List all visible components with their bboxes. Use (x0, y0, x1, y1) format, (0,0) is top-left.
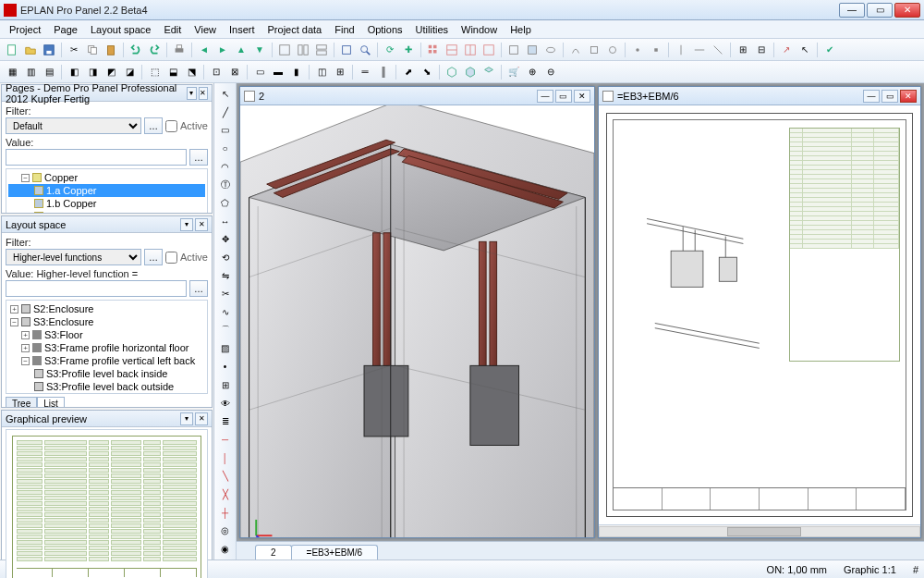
menu-edit[interactable]: Edit (158, 22, 187, 37)
close-button[interactable]: ✕ (894, 3, 920, 18)
vtool-misc-icon[interactable]: ◎ (217, 523, 234, 539)
filter-select[interactable]: Higher-level functions (6, 249, 141, 265)
value-more-button[interactable]: … (189, 280, 208, 297)
vtool-trim-icon[interactable]: ✂ (217, 287, 234, 302)
menu-find[interactable]: Find (329, 22, 359, 37)
tool2-item-icon[interactable]: ⬊ (419, 64, 435, 80)
value-input[interactable] (6, 280, 187, 297)
tool-grid2-icon[interactable] (444, 42, 460, 58)
tool2-item-icon[interactable]: ⊞ (332, 64, 348, 80)
tool-align1-icon[interactable] (673, 42, 689, 58)
filter-more-button[interactable]: … (144, 249, 163, 265)
doc-min-button[interactable]: — (863, 90, 880, 103)
vtool-select-icon[interactable]: ↖ (217, 86, 234, 102)
tool-nav-fwd-icon[interactable]: ► (214, 42, 231, 58)
doc-min-button[interactable]: — (537, 90, 553, 103)
tool2-item-icon[interactable]: ⬚ (146, 64, 163, 80)
tool-zoom-in-icon[interactable] (357, 42, 373, 58)
tool2-item-icon[interactable]: ⬔ (183, 64, 200, 80)
tool-shape2-icon[interactable] (586, 42, 602, 58)
tool-grid3-icon[interactable] (462, 42, 479, 58)
tool-undo-icon[interactable] (128, 42, 144, 58)
tool-view2-icon[interactable] (524, 42, 541, 58)
vtool-red5-icon[interactable]: ┼ (217, 505, 234, 521)
vtool-rotate-icon[interactable]: ⟲ (217, 250, 234, 265)
tool-measure-icon[interactable]: ↗ (778, 42, 795, 58)
tool2-item-icon[interactable]: ║ (375, 64, 392, 80)
active-checkbox[interactable]: Active (165, 120, 208, 132)
menu-page[interactable]: Page (48, 22, 83, 37)
tool-misc1-icon[interactable]: ⊞ (735, 42, 751, 58)
tool-shape3-icon[interactable] (604, 42, 621, 58)
tool-nav-up-icon[interactable]: ▲ (233, 42, 249, 58)
layoutspace-tree[interactable]: +S2:Enclosure −S3:Enclosure +S3:Floor +S… (6, 300, 208, 394)
vtool-circle-icon[interactable]: ○ (217, 141, 234, 156)
doc-max-button[interactable]: ▭ (555, 90, 572, 103)
tool2-item-icon[interactable]: ◨ (84, 64, 101, 80)
active-checkbox[interactable]: Active (165, 252, 208, 264)
doc-tab[interactable]: =EB3+EBM/6 (291, 545, 379, 560)
tool-grid4-icon[interactable] (480, 42, 497, 58)
menu-help[interactable]: Help (505, 22, 537, 37)
vtool-red2-icon[interactable]: │ (217, 450, 234, 466)
tool2-item-icon[interactable]: ◩ (103, 64, 119, 80)
doc-close-button[interactable]: ✕ (900, 90, 917, 103)
menu-layoutspace[interactable]: Layout space (85, 22, 156, 37)
vtool-layer-icon[interactable]: ≣ (217, 413, 234, 429)
tool-win1-icon[interactable] (276, 42, 293, 58)
tool2-item-icon[interactable]: ⊠ (226, 64, 243, 80)
panel-dropdown-button[interactable]: ▾ (180, 412, 193, 425)
vtool-red1-icon[interactable]: ─ (217, 432, 234, 448)
vtool-text-icon[interactable]: Ⓣ (217, 177, 234, 192)
doc-tab[interactable]: 2 (255, 545, 292, 560)
tool-grid1-icon[interactable] (425, 42, 442, 58)
tool2-item-icon[interactable]: ▤ (41, 64, 57, 80)
tool-print-icon[interactable] (171, 42, 188, 58)
tool-nav-down-icon[interactable]: ▼ (251, 42, 268, 58)
menu-options[interactable]: Options (362, 22, 408, 37)
vtool-dim-icon[interactable]: ↔ (217, 214, 234, 229)
menu-project[interactable]: Project (4, 22, 46, 37)
tool-win3-icon[interactable] (313, 42, 330, 58)
value-more-button[interactable]: … (189, 149, 208, 166)
tool-check-icon[interactable]: ✔ (821, 42, 838, 58)
tab-list[interactable]: List (37, 397, 65, 407)
tool2-item-icon[interactable]: ▭ (251, 64, 268, 80)
tool-open-icon[interactable] (22, 42, 39, 58)
vtool-arc-icon[interactable]: ◠ (217, 159, 234, 175)
tab-tree[interactable]: Tree (6, 397, 37, 407)
filter-more-button[interactable]: … (144, 117, 163, 134)
panel-dropdown-button[interactable]: ▾ (180, 218, 193, 231)
doc-close-button[interactable]: ✕ (574, 90, 590, 103)
tool2-iso-icon[interactable] (480, 64, 497, 80)
vtool-line-icon[interactable]: ╱ (217, 105, 234, 120)
tool-new-icon[interactable] (4, 42, 20, 58)
vtool-fillet-icon[interactable]: ⌒ (217, 323, 234, 338)
tool-snap1-icon[interactable] (629, 42, 646, 58)
tool-view3-icon[interactable] (542, 42, 559, 58)
tool-refresh-icon[interactable]: ⟳ (382, 42, 398, 58)
doc-max-button[interactable]: ▭ (881, 90, 898, 103)
pages-tree[interactable]: −Copper 1.a Copper 1.b Copper 1 Copper (6, 168, 208, 213)
preview-thumbnail[interactable] (6, 429, 208, 578)
tool-view1-icon[interactable] (505, 42, 522, 58)
minimize-button[interactable]: — (839, 3, 865, 18)
tool2-item-icon[interactable]: ▮ (288, 64, 305, 80)
tool-misc2-icon[interactable]: ⊟ (753, 42, 770, 58)
tool2-cart-icon[interactable]: 🛒 (505, 64, 522, 80)
tool-redo-icon[interactable] (146, 42, 163, 58)
menu-window[interactable]: Window (456, 22, 503, 37)
tool-zoom-fit-icon[interactable] (338, 42, 355, 58)
tool-copy-icon[interactable] (84, 42, 101, 58)
tool-win2-icon[interactable] (295, 42, 311, 58)
tool2-item-icon[interactable]: ▥ (22, 64, 39, 80)
vtool-grid-icon[interactable]: ⊞ (217, 377, 234, 393)
vtool-mirror-icon[interactable]: ⇋ (217, 268, 234, 284)
vtool-move-icon[interactable]: ✥ (217, 232, 234, 248)
vtool-eye-icon[interactable]: 👁 (217, 396, 234, 412)
menu-insert[interactable]: Insert (224, 22, 261, 37)
panel-close-button[interactable]: ✕ (199, 87, 208, 100)
panel-close-button[interactable]: ✕ (195, 218, 208, 231)
tool2-item-icon[interactable]: ⬓ (164, 64, 181, 80)
filter-select[interactable]: Default (6, 117, 141, 134)
